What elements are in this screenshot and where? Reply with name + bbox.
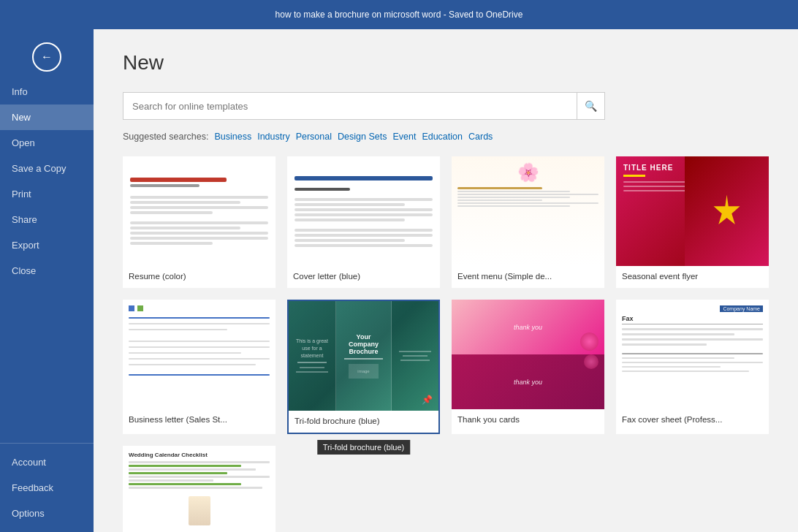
template-seasonal[interactable]: TITLE HERE Seasonal event flyer — [616, 156, 769, 288]
suggested-personal[interactable]: Personal — [296, 132, 332, 142]
search-button[interactable]: 🔍 — [577, 92, 605, 120]
back-icon: ← — [41, 50, 53, 64]
sidebar-item-feedback[interactable]: Feedback — [0, 475, 94, 501]
template-label-thankyou: Thank you cards — [452, 409, 604, 431]
sidebar-item-print[interactable]: Print — [0, 181, 94, 207]
title-bar: how to make a brochure on microsoft word… — [0, 0, 798, 29]
sidebar-item-share[interactable]: Share — [0, 207, 94, 232]
template-calendar[interactable]: Wedding Calendar Checklist — [123, 446, 276, 532]
template-thumb-event: 🌸 — [452, 156, 604, 266]
template-brochure[interactable]: This is a great use for a statement Your… — [287, 300, 440, 434]
template-thumb-business — [123, 300, 276, 409]
sidebar-item-options[interactable]: Options — [0, 501, 94, 526]
template-label-fax: Fax cover sheet (Profess... — [616, 409, 769, 431]
sidebar-item-new[interactable]: New — [0, 104, 94, 130]
template-thumb-seasonal: TITLE HERE — [616, 156, 769, 266]
suggested-cards[interactable]: Cards — [468, 132, 493, 142]
template-thumb-calendar: Wedding Calendar Checklist — [123, 446, 276, 532]
suggested-event[interactable]: Event — [392, 132, 416, 142]
brochure-tooltip: Tri-fold brochure (blue) — [317, 440, 410, 455]
sidebar-item-export[interactable]: Export — [0, 232, 94, 258]
template-grid: Resume (color) — [123, 156, 769, 532]
sidebar-item-close[interactable]: Close — [0, 258, 94, 284]
suggested-business[interactable]: Business — [214, 132, 251, 142]
template-thumb-resume — [123, 156, 276, 266]
pin-icon: 📌 — [422, 395, 433, 405]
template-label-seasonal: Seasonal event flyer — [616, 266, 769, 288]
main-content: New 🔍 Suggested searches: Business Indus… — [94, 29, 798, 532]
page-title: New — [123, 51, 769, 75]
template-resume[interactable]: Resume (color) — [123, 156, 276, 288]
main-layout: ← Info New Open Save a Copy Print Share … — [0, 29, 798, 532]
sidebar-bottom: Account Feedback Options — [0, 437, 94, 532]
suggested-industry[interactable]: Industry — [257, 132, 289, 142]
template-thumb-cover — [287, 156, 440, 266]
template-business-letter[interactable]: Business letter (Sales St... — [123, 300, 276, 434]
sidebar-item-account[interactable]: Account — [0, 449, 94, 475]
suggested-education[interactable]: Education — [422, 132, 463, 142]
search-bar: 🔍 — [123, 92, 605, 120]
template-thumb-brochure: This is a great use for a statement Your… — [289, 301, 438, 411]
template-label-resume: Resume (color) — [123, 266, 276, 288]
template-label-event: Event menu (Simple de... — [452, 266, 604, 288]
template-thankyou[interactable]: thank you thank you Thank you cards — [452, 300, 604, 434]
sidebar-item-open[interactable]: Open — [0, 130, 94, 156]
sidebar-divider — [0, 443, 94, 444]
template-event[interactable]: 🌸 Event menu (Simple de... — [452, 156, 604, 288]
search-icon: 🔍 — [585, 100, 597, 112]
template-thumb-fax: Company Name Fax — [616, 300, 769, 409]
template-cover[interactable]: Cover letter (blue) — [287, 156, 440, 288]
sidebar-item-info[interactable]: Info — [0, 79, 94, 104]
template-label-business-letter: Business letter (Sales St... — [123, 409, 276, 431]
template-label-cover: Cover letter (blue) — [287, 266, 440, 288]
sidebar-item-save-copy[interactable]: Save a Copy — [0, 156, 94, 181]
sidebar: ← Info New Open Save a Copy Print Share … — [0, 29, 94, 532]
search-input[interactable] — [123, 92, 577, 120]
document-title: how to make a brochure on microsoft word… — [276, 10, 523, 20]
template-label-brochure: Tri-fold brochure (blue) — [289, 411, 438, 433]
back-button[interactable]: ← — [32, 42, 61, 72]
template-thumb-thankyou: thank you thank you — [452, 300, 604, 409]
suggested-design-sets[interactable]: Design Sets — [338, 132, 387, 142]
suggested-label: Suggested searches: — [123, 132, 208, 142]
template-fax[interactable]: Company Name Fax Fax cover she — [616, 300, 769, 434]
sidebar-nav: Info New Open Save a Copy Print Share Ex… — [0, 79, 94, 284]
suggested-searches: Suggested searches: Business Industry Pe… — [123, 132, 769, 142]
